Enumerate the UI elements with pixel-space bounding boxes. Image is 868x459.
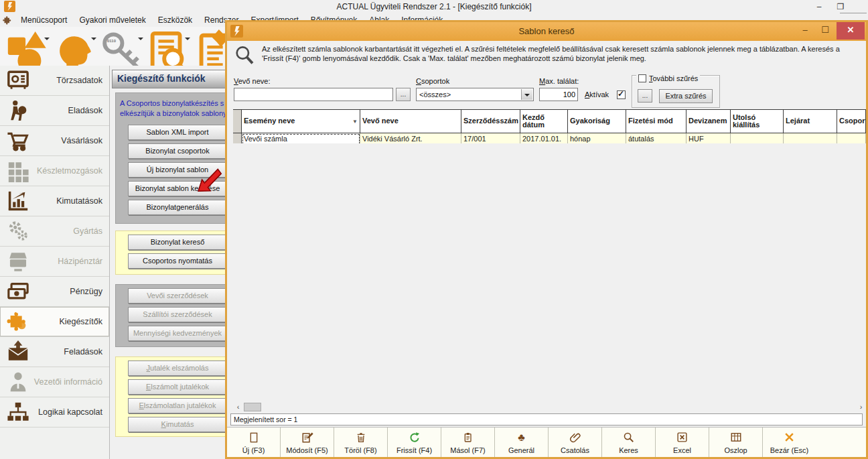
cell-lejarat[interactable] bbox=[784, 133, 837, 143]
cell-vevo-neve[interactable]: Vidéki Vásárló Zrt. bbox=[360, 133, 461, 143]
col-gyakorisag[interactable]: Gyakoriság bbox=[568, 110, 626, 133]
menu-eszkozok[interactable]: Eszközök bbox=[153, 14, 198, 26]
row-selector-header bbox=[233, 110, 242, 133]
masol-button[interactable]: Másol (F7) bbox=[441, 428, 495, 457]
chevron-down-icon[interactable] bbox=[44, 38, 50, 43]
chevron-down-icon[interactable] bbox=[185, 38, 190, 43]
envelope-up-icon bbox=[7, 340, 29, 363]
col-esemeny-neve[interactable]: Esemény neve▼ bbox=[242, 110, 360, 133]
oszlop-button[interactable]: Oszlop bbox=[709, 428, 763, 457]
col-fizetesi-mod[interactable]: Fizetési mód bbox=[626, 110, 686, 133]
dialog-titlebar[interactable]: Sablon kereső – ☐ ✕ bbox=[227, 22, 866, 41]
max-talalat-input[interactable] bbox=[539, 88, 578, 101]
general-button[interactable]: ♣ Generál bbox=[495, 428, 549, 457]
cell-kezdo-datum[interactable]: 2017.01.01. bbox=[520, 133, 568, 143]
excel-button[interactable]: Excel bbox=[656, 428, 709, 457]
csatolas-button[interactable]: Csatolás bbox=[549, 428, 602, 457]
columns-icon bbox=[729, 431, 743, 444]
keres-button[interactable]: Keres bbox=[602, 428, 656, 457]
row-selector-cell[interactable] bbox=[233, 133, 242, 143]
vevo-browse-button[interactable]: ... bbox=[396, 88, 411, 101]
modosit-button[interactable]: Módosít (F5) bbox=[281, 428, 334, 457]
seller-icon bbox=[7, 99, 29, 122]
tovabbi-szures-group: További szűrés ... Extra szűrés bbox=[632, 75, 720, 108]
sidebar-item-vezetoi-informacio: Vezetői információ bbox=[0, 367, 109, 397]
orgchart-icon bbox=[7, 401, 29, 423]
col-lejarat[interactable]: Lejárat bbox=[784, 110, 837, 133]
menu-puzzle-icon bbox=[3, 15, 13, 25]
panel-title: Kiegészítő funkciók bbox=[112, 70, 225, 88]
col-devizanem[interactable]: Devizanem bbox=[686, 110, 731, 133]
sidebar-item-feladasok[interactable]: Feladások bbox=[0, 337, 109, 367]
csoportok-select[interactable]: <összes> bbox=[416, 88, 534, 101]
col-utolso-kiallitas[interactable]: Utolsó kiállítás bbox=[731, 110, 784, 133]
sidebar: Törzsadatok Eladások Vásárlások Készletm… bbox=[0, 66, 110, 459]
table-header-row: Esemény neve▼ Vevő neve Szerződésszám Ke… bbox=[233, 109, 866, 133]
vevo-neve-input[interactable] bbox=[234, 88, 393, 101]
cell-gyakorisag[interactable]: hónap bbox=[568, 133, 626, 143]
restore-icon[interactable]: ❐ bbox=[830, 1, 851, 12]
tovabbi-szures-checkbox[interactable] bbox=[638, 74, 646, 82]
refresh-icon bbox=[408, 431, 421, 444]
sidebar-item-torzsadatok[interactable]: Törzsadatok bbox=[0, 66, 109, 96]
scrollbar-thumb[interactable] bbox=[244, 403, 261, 411]
csoportok-label: Csoportok bbox=[416, 77, 449, 85]
sidebar-item-hazipenztar: Házipénztár bbox=[0, 247, 109, 277]
dialog-maximize-icon[interactable]: ☐ bbox=[815, 22, 835, 40]
csoportos-nyomtatas-button[interactable]: Csoportos nyomtatás bbox=[128, 253, 225, 269]
window-title: ACTUAL Ügyviteli Rendszer 2.1 - [Kiegész… bbox=[0, 2, 868, 11]
sidebar-item-penzugy[interactable]: Pénzügy bbox=[0, 277, 109, 307]
tovabbi-szures-label: További szűrés bbox=[649, 74, 698, 82]
cell-csoport[interactable] bbox=[837, 133, 866, 143]
sidebar-item-kimutatasok[interactable]: Kimutatások bbox=[0, 186, 109, 216]
scroll-right-icon[interactable]: › bbox=[856, 402, 866, 412]
table-row[interactable]: Vevői számla Vidéki Vásárló Zrt. 17/001 … bbox=[233, 133, 866, 143]
col-szerzodesszam[interactable]: Szerződésszám bbox=[461, 110, 520, 133]
cell-fizetesi-mod[interactable]: átutalás bbox=[626, 133, 686, 143]
sidebar-item-vasarlasok[interactable]: Vásárlások bbox=[0, 126, 109, 156]
chevron-down-icon[interactable] bbox=[91, 38, 96, 43]
dialog-description: Az elkészített számla sablonok karbantar… bbox=[262, 44, 861, 63]
cell-szerzodesszam[interactable]: 17/001 bbox=[461, 133, 520, 143]
person-icon bbox=[7, 371, 29, 393]
toolbar-cikk-button[interactable]: Cikk bbox=[4, 27, 51, 66]
col-kezdo-datum[interactable]: Kezdő dátum bbox=[520, 110, 568, 133]
sablon-xml-import-button[interactable]: Sablon XML import bbox=[128, 125, 225, 140]
menu-menucsoport[interactable]: Menücsoport bbox=[15, 14, 72, 26]
blocks-icon bbox=[7, 159, 29, 182]
sidebar-item-eladasok[interactable]: Eladások bbox=[0, 96, 109, 126]
cell-devizanem[interactable]: HUF bbox=[686, 133, 731, 143]
chevron-down-icon[interactable] bbox=[521, 89, 532, 100]
sidebar-item-logikai-kapcsolat[interactable]: Logikai kapcsolat bbox=[0, 397, 109, 428]
dialog-minimize-icon[interactable]: – bbox=[795, 22, 815, 40]
horizontal-scrollbar[interactable]: ‹ › bbox=[233, 402, 866, 412]
col-csoport[interactable]: Csoport bbox=[837, 110, 866, 133]
extra-browse-button[interactable]: ... bbox=[638, 89, 652, 103]
cell-utolso-kiallitas[interactable] bbox=[731, 133, 784, 143]
bizonylat-csoportok-button[interactable]: Bizonylat csoportok bbox=[128, 143, 225, 159]
extra-szures-button[interactable]: Extra szűrés bbox=[659, 89, 713, 103]
toolbar-bizonylat-button[interactable]: Bizonylat bbox=[145, 27, 192, 66]
menu-gyakori-muveletek[interactable]: Gyakori műveletek bbox=[74, 14, 151, 26]
dialog-description-bar: Az elkészített számla sablonok karbantar… bbox=[227, 41, 866, 73]
frissit-button[interactable]: Frissít (F4) bbox=[388, 428, 441, 457]
uj-button[interactable]: Új (F3) bbox=[227, 428, 281, 457]
excel-icon bbox=[676, 431, 689, 444]
col-vevo-neve[interactable]: Vevő neve bbox=[360, 110, 461, 133]
bizonylat-kereso-button[interactable]: Bizonylat kereső bbox=[128, 235, 225, 250]
cell-esemeny-neve[interactable]: Vevői számla bbox=[242, 133, 360, 143]
sidebar-item-kiegeszitok[interactable]: Kiegészítők bbox=[0, 307, 109, 337]
panel-description: A Csoportos bizonylatkészítés s elkészít… bbox=[116, 93, 225, 121]
dialog-close-icon[interactable]: ✕ bbox=[837, 22, 865, 40]
scroll-left-icon[interactable]: ‹ bbox=[233, 402, 243, 412]
toolbar-partner-button[interactable]: Partner bbox=[51, 27, 98, 66]
aktivak-checkbox[interactable] bbox=[617, 90, 626, 99]
sort-desc-icon[interactable]: ▼ bbox=[352, 118, 358, 126]
bizonylatgeneralas-button[interactable]: Bizonylatgenerálás bbox=[128, 200, 225, 215]
elszamolatlan-jutalekok-button: Elszámolatlan jutalékok bbox=[128, 398, 225, 413]
minimize-icon[interactable]: – bbox=[809, 1, 829, 12]
copy-icon bbox=[461, 431, 475, 444]
bezar-button[interactable]: Bezár (Esc) bbox=[763, 428, 816, 457]
main-titlebar: ACTUAL Ügyviteli Rendszer 2.1 - [Kiegész… bbox=[0, 0, 868, 13]
torol-button[interactable]: Töröl (F8) bbox=[334, 428, 388, 457]
